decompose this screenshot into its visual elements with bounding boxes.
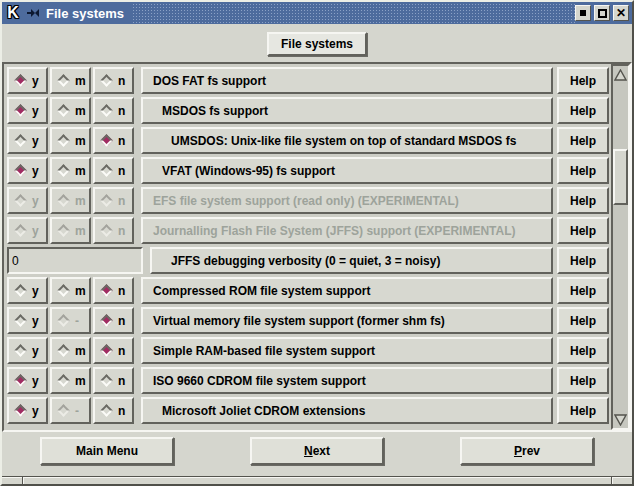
titlebar-texture[interactable] [132, 2, 575, 24]
next-button[interactable]: Next [250, 437, 384, 465]
tristate-y-button: y [7, 187, 48, 214]
help-button[interactable]: Help [557, 67, 609, 94]
option-letter: m [75, 224, 86, 238]
tristate-n-button[interactable]: n [93, 97, 134, 124]
option-letter: n [118, 284, 125, 298]
tristate-y-button[interactable]: y [7, 127, 48, 154]
tristate-m-button[interactable]: m [50, 367, 91, 394]
scrollbar-thumb[interactable] [613, 149, 628, 205]
option-letter: n [118, 314, 125, 328]
option-label: DOS FAT fs support [143, 74, 266, 88]
help-button[interactable]: Help [557, 247, 609, 274]
help-button[interactable]: Help [557, 157, 609, 184]
tristate-y-button[interactable]: y [7, 367, 48, 394]
option-letter: n [118, 74, 125, 88]
option-label-button[interactable]: Microsoft Joliet CDROM extensions [141, 397, 553, 424]
option-letter: n [118, 404, 125, 418]
radio-diamond-icon [100, 74, 113, 87]
option-label-button[interactable]: Virtual memory file system support (form… [141, 307, 553, 334]
tristate-y-button[interactable]: y [7, 97, 48, 124]
scrollbar-trough[interactable] [613, 83, 628, 411]
option-label-button[interactable]: ISO 9660 CDROM file system support [141, 367, 553, 394]
help-button[interactable]: Help [557, 277, 609, 304]
option-label-button[interactable]: UMSDOS: Unix-like file system on top of … [141, 127, 553, 154]
option-letter: y [32, 164, 39, 178]
option-letter: m [75, 194, 86, 208]
help-button[interactable]: Help [557, 307, 609, 334]
help-button[interactable]: Help [557, 127, 609, 154]
option-label-button[interactable]: Simple RAM-based file system support [141, 337, 553, 364]
tristate-n-button[interactable]: n [93, 337, 134, 364]
tristate-y-button[interactable]: y [7, 307, 48, 334]
tristate-m-button[interactable]: m [50, 157, 91, 184]
option-letter: n [118, 164, 125, 178]
tristate-y-button[interactable]: y [7, 157, 48, 184]
option-letter: n [118, 374, 125, 388]
tristate-n-button[interactable]: n [93, 307, 134, 334]
tristate-m-button[interactable]: m [50, 127, 91, 154]
scroll-down-button[interactable] [613, 411, 628, 428]
help-button[interactable]: Help [557, 397, 609, 424]
main-menu-button[interactable]: Main Menu [40, 437, 174, 465]
option-letter: m [75, 134, 86, 148]
option-label-button[interactable]: MSDOS fs support [141, 97, 553, 124]
radio-diamond-icon [57, 404, 70, 417]
radio-diamond-icon [14, 314, 27, 327]
tristate-m-button[interactable]: m [50, 277, 91, 304]
tristate-n-button[interactable]: n [93, 367, 134, 394]
section-title-button[interactable]: File systems [267, 32, 367, 56]
help-button[interactable]: Help [557, 217, 609, 244]
help-button[interactable]: Help [557, 187, 609, 214]
tristate-y-button[interactable]: y [7, 397, 48, 424]
verbosity-input[interactable] [7, 247, 143, 274]
tristate-y-button[interactable]: y [7, 277, 48, 304]
option-label-button[interactable]: Compressed ROM file system support [141, 277, 553, 304]
window-bottom-frame[interactable] [2, 476, 632, 484]
tristate-m-button[interactable]: m [50, 337, 91, 364]
radio-diamond-icon [100, 314, 113, 327]
radio-diamond-icon [14, 404, 27, 417]
help-button[interactable]: Help [557, 367, 609, 394]
options-rows: ymnDOS FAT fs supportHelpymnMSDOS fs sup… [4, 64, 611, 430]
radio-diamond-icon [57, 344, 70, 357]
tristate-n-button[interactable]: n [93, 277, 134, 304]
prev-button[interactable]: Prev [460, 437, 594, 465]
radio-diamond-icon [57, 134, 70, 147]
radio-diamond-icon [14, 164, 27, 177]
tristate-n-button[interactable]: n [93, 397, 134, 424]
help-button[interactable]: Help [557, 97, 609, 124]
file-systems-window: K File systems ✕ File systems ymnDOS FAT… [0, 0, 634, 486]
maximize-button[interactable] [594, 5, 610, 21]
footer-buttons: Main MenuNextPrev [2, 437, 632, 465]
radio-diamond-icon [100, 404, 113, 417]
scroll-up-button[interactable] [613, 66, 628, 83]
option-letter: y [32, 314, 39, 328]
option-label-button[interactable]: DOS FAT fs support [141, 67, 553, 94]
help-button[interactable]: Help [557, 337, 609, 364]
radio-diamond-icon [57, 74, 70, 87]
config-row: ymnJournalling Flash File System (JFFS) … [7, 217, 609, 244]
tristate-n-button[interactable]: n [93, 157, 134, 184]
config-row: ymnVFAT (Windows-95) fs supportHelp [7, 157, 609, 184]
vertical-scrollbar[interactable] [611, 64, 630, 430]
close-button[interactable]: ✕ [613, 5, 629, 21]
config-row: y-nMicrosoft Joliet CDROM extensionsHelp [7, 397, 609, 424]
option-letter: n [118, 194, 125, 208]
tristate-n-button[interactable]: n [93, 127, 134, 154]
tristate-y-button[interactable]: y [7, 337, 48, 364]
tristate-y-button[interactable]: y [7, 67, 48, 94]
option-label-button[interactable]: VFAT (Windows-95) fs support [141, 157, 553, 184]
option-letter: n [118, 104, 125, 118]
radio-diamond-icon [57, 314, 70, 327]
tristate-m-button: - [50, 307, 91, 334]
option-letter: m [75, 374, 86, 388]
option-label: Compressed ROM file system support [143, 284, 370, 298]
tristate-m-button[interactable]: m [50, 97, 91, 124]
pin-icon[interactable] [24, 5, 42, 21]
tristate-n-button[interactable]: n [93, 67, 134, 94]
option-label-button[interactable]: JFFS debugging verbosity (0 = quiet, 3 =… [150, 247, 553, 274]
minimize-button[interactable] [575, 5, 591, 21]
tristate-m-button[interactable]: m [50, 67, 91, 94]
config-row: ymnMSDOS fs supportHelp [7, 97, 609, 124]
k-menu-icon[interactable]: K [2, 3, 24, 23]
